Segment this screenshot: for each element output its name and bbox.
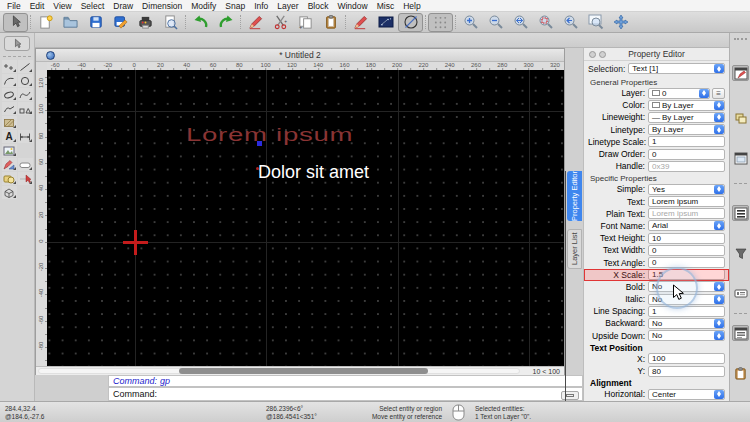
horizontal-scrollbar-thumb[interactable] [179,368,428,374]
layer-menu-button[interactable]: ≡ [712,88,725,99]
blackboard-button[interactable] [373,13,398,32]
linetype-scale-field[interactable]: 1 [648,136,725,147]
bold-select[interactable]: No [648,281,725,292]
linetype-select[interactable]: By Layer [648,124,725,135]
menu-item[interactable]: Draw [113,1,133,11]
zoom-window-button[interactable] [583,13,608,32]
ellipse-tools-button[interactable] [2,88,17,101]
text-angle-field[interactable]: 0 [648,257,725,268]
arc-tools-button[interactable] [2,74,17,87]
zoom-selection-button[interactable] [533,13,558,32]
hatch-tools-button[interactable] [2,116,17,129]
simple-select[interactable]: Yes [648,184,725,195]
x-scale-field[interactable]: 1.5 [648,269,725,280]
font-name-select[interactable]: Arial [648,220,725,231]
cut-button[interactable]: + [268,13,293,32]
menu-item[interactable]: Help [403,1,420,11]
draw-order-field[interactable]: 0 [648,149,725,160]
spline-tools-button[interactable] [18,88,33,101]
dock-drag-handle[interactable] [734,38,747,40]
text-field[interactable]: Lorem ipsum [648,196,725,207]
shape-tools-button[interactable] [18,102,33,115]
selection-arrow-tool[interactable] [4,36,30,51]
layer-select[interactable]: 0 [648,88,710,99]
draft-mode-button[interactable] [398,13,423,32]
draw-pencil-button[interactable] [348,13,373,32]
list-panel-button[interactable] [732,205,749,221]
zoom-in-button[interactable] [458,13,483,32]
menu-item[interactable]: Select [81,1,105,11]
paste-button[interactable] [318,13,343,32]
reference-panel-button[interactable] [732,150,749,166]
text-entity[interactable]: Dolor sit amet [258,162,369,183]
lineweight-select[interactable]: —By Layer [648,112,725,123]
menu-item[interactable]: Info [254,1,268,11]
layer-panel-button[interactable] [732,325,749,341]
position-y-field[interactable]: 80 [648,366,725,377]
explode-tools-button[interactable] [2,172,17,185]
panel-close-icon[interactable] [589,51,596,58]
upside-down-select[interactable]: No [648,330,725,341]
grid-toggle-button[interactable] [428,13,453,32]
solid-tools-button[interactable] [2,186,17,199]
text-tool-button[interactable]: A [2,130,17,143]
menu-item[interactable]: View [53,1,71,11]
line-tools-button[interactable] [18,60,33,73]
select-arrow-button[interactable] [3,13,28,32]
print-button[interactable] [133,13,158,32]
selected-text-entity[interactable]: Lorem ipsum [186,124,353,146]
menu-item[interactable]: Snap [225,1,245,11]
draw-panel-button[interactable] [732,65,749,81]
menu-item[interactable]: Misc [377,1,394,11]
edit-pencil-button[interactable] [243,13,268,32]
save-as-button[interactable] [108,13,133,32]
tag-panel-button[interactable] [732,285,749,301]
new-file-button[interactable] [33,13,58,32]
block-list-button[interactable] [732,110,749,126]
drawing-canvas[interactable]: Lorem ipsum Dolor sit amet [47,70,564,366]
selection-handle[interactable] [257,141,262,146]
text-height-field[interactable]: 10 [648,233,725,244]
command-options-button[interactable] [561,391,579,400]
panel-collapse-icon[interactable] [599,51,606,58]
line-spacing-field[interactable]: 1 [648,306,725,317]
menu-item[interactable]: Window [337,1,367,11]
dimension-tools-button[interactable] [18,130,33,143]
italic-select[interactable]: No [648,294,725,305]
modify-tools-button[interactable] [2,158,17,171]
backward-select[interactable]: No [648,318,725,329]
menu-item[interactable]: Dimension [142,1,182,11]
tab-layer-list[interactable]: Layer List [567,229,582,269]
text-width-field[interactable]: 0 [648,245,725,256]
color-select[interactable]: By Layer [648,100,725,111]
pan-button[interactable] [608,13,633,32]
print-preview-button[interactable] [158,13,183,32]
panel-splitter[interactable] [565,171,566,401]
selection-select[interactable]: Text [1] [628,63,725,74]
horizontal-alignment-select[interactable]: Center [648,389,725,400]
redo-button[interactable] [213,13,238,32]
document-title-bar[interactable]: * Untitled 2 [36,49,564,62]
image-tool-button[interactable] [2,144,17,157]
zoom-auto-button[interactable] [508,13,533,32]
circle-tools-button[interactable] [18,74,33,87]
menu-item[interactable]: Edit [30,1,45,11]
copy-button[interactable]: + [293,13,318,32]
undo-button[interactable] [188,13,213,32]
filter-panel-button[interactable] [732,245,749,261]
zoom-previous-button[interactable] [558,13,583,32]
menu-item[interactable]: Modify [191,1,216,11]
command-input[interactable]: Command: [108,387,583,401]
zoom-out-button[interactable] [483,13,508,32]
polyline-tools-button[interactable] [2,102,17,115]
snap-pointer-button[interactable] [18,172,33,185]
widget-tool-button[interactable] [18,158,33,171]
point-tools-button[interactable] [2,60,17,73]
menu-item[interactable]: Layer [277,1,298,11]
save-button[interactable] [83,13,108,32]
menu-item[interactable]: File [7,1,21,11]
position-x-field[interactable]: 100 [648,353,725,364]
tab-property-editor[interactable]: Property Editor [567,171,582,221]
open-file-button[interactable] [58,13,83,32]
menu-item[interactable]: Block [308,1,329,11]
